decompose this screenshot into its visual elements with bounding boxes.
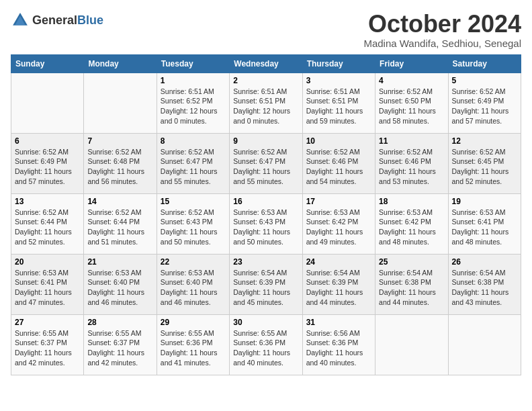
- calendar-cell: 11Sunrise: 6:52 AM Sunset: 6:46 PM Dayli…: [375, 133, 448, 193]
- cell-content: Sunrise: 6:52 AM Sunset: 6:46 PM Dayligh…: [306, 147, 371, 187]
- cell-content: Sunrise: 6:55 AM Sunset: 6:37 PM Dayligh…: [87, 328, 152, 368]
- calendar-cell: 23Sunrise: 6:54 AM Sunset: 6:39 PM Dayli…: [230, 254, 302, 314]
- calendar-cell: 27Sunrise: 6:55 AM Sunset: 6:37 PM Dayli…: [11, 314, 84, 375]
- calendar-cell: 20Sunrise: 6:53 AM Sunset: 6:41 PM Dayli…: [11, 254, 84, 314]
- day-number: 11: [379, 136, 444, 146]
- weekday-header-tuesday: Tuesday: [157, 54, 229, 73]
- day-number: 12: [452, 136, 517, 146]
- cell-content: Sunrise: 6:55 AM Sunset: 6:36 PM Dayligh…: [161, 328, 226, 368]
- cell-content: Sunrise: 6:54 AM Sunset: 6:39 PM Dayligh…: [306, 268, 371, 308]
- calendar-cell: 24Sunrise: 6:54 AM Sunset: 6:39 PM Dayli…: [302, 254, 375, 314]
- calendar-cell: 9Sunrise: 6:52 AM Sunset: 6:47 PM Daylig…: [230, 133, 302, 193]
- calendar-cell: 10Sunrise: 6:52 AM Sunset: 6:46 PM Dayli…: [302, 133, 375, 193]
- day-number: 30: [233, 318, 298, 327]
- cell-content: Sunrise: 6:51 AM Sunset: 6:51 PM Dayligh…: [306, 87, 371, 126]
- cell-content: Sunrise: 6:53 AM Sunset: 6:40 PM Dayligh…: [87, 268, 152, 308]
- cell-content: Sunrise: 6:55 AM Sunset: 6:36 PM Dayligh…: [233, 328, 298, 368]
- cell-content: Sunrise: 6:55 AM Sunset: 6:37 PM Dayligh…: [15, 328, 80, 368]
- cell-content: Sunrise: 6:53 AM Sunset: 6:42 PM Dayligh…: [306, 208, 371, 247]
- title-block: October 2024 Madina Wandifa, Sedhiou, Se…: [363, 11, 521, 49]
- day-number: 28: [87, 318, 152, 327]
- day-number: 17: [306, 197, 371, 206]
- calendar-week-row: 13Sunrise: 6:52 AM Sunset: 6:44 PM Dayli…: [11, 193, 521, 254]
- day-number: 31: [306, 318, 371, 327]
- calendar-cell: 7Sunrise: 6:52 AM Sunset: 6:48 PM Daylig…: [84, 133, 157, 193]
- calendar-cell: 5Sunrise: 6:52 AM Sunset: 6:49 PM Daylig…: [448, 73, 521, 133]
- day-number: 18: [379, 197, 444, 206]
- calendar-cell: 19Sunrise: 6:53 AM Sunset: 6:41 PM Dayli…: [448, 193, 521, 254]
- day-number: 3: [306, 76, 371, 85]
- cell-content: Sunrise: 6:54 AM Sunset: 6:38 PM Dayligh…: [452, 268, 517, 308]
- logo-icon: [11, 11, 30, 30]
- cell-content: Sunrise: 6:52 AM Sunset: 6:43 PM Dayligh…: [161, 208, 226, 247]
- cell-content: Sunrise: 6:53 AM Sunset: 6:43 PM Dayligh…: [233, 208, 298, 247]
- day-number: 16: [233, 197, 298, 206]
- calendar-cell: 15Sunrise: 6:52 AM Sunset: 6:43 PM Dayli…: [157, 193, 229, 254]
- calendar-cell: 21Sunrise: 6:53 AM Sunset: 6:40 PM Dayli…: [84, 254, 157, 314]
- cell-content: Sunrise: 6:52 AM Sunset: 6:48 PM Dayligh…: [87, 147, 152, 187]
- cell-content: Sunrise: 6:52 AM Sunset: 6:45 PM Dayligh…: [452, 147, 517, 187]
- calendar-cell: 18Sunrise: 6:53 AM Sunset: 6:42 PM Dayli…: [375, 193, 448, 254]
- cell-content: Sunrise: 6:53 AM Sunset: 6:41 PM Dayligh…: [452, 208, 517, 247]
- day-number: 15: [161, 197, 226, 206]
- calendar-cell: 16Sunrise: 6:53 AM Sunset: 6:43 PM Dayli…: [230, 193, 302, 254]
- day-number: 14: [87, 197, 152, 206]
- day-number: 23: [233, 257, 298, 267]
- calendar-cell: 8Sunrise: 6:52 AM Sunset: 6:47 PM Daylig…: [157, 133, 229, 193]
- cell-content: Sunrise: 6:52 AM Sunset: 6:44 PM Dayligh…: [87, 208, 152, 247]
- cell-content: Sunrise: 6:52 AM Sunset: 6:49 PM Dayligh…: [452, 87, 517, 126]
- day-number: 2: [233, 76, 298, 85]
- day-number: 29: [161, 318, 226, 327]
- logo-general: General: [32, 13, 77, 27]
- cell-content: Sunrise: 6:56 AM Sunset: 6:36 PM Dayligh…: [306, 328, 371, 368]
- cell-content: Sunrise: 6:51 AM Sunset: 6:51 PM Dayligh…: [233, 87, 298, 126]
- calendar-cell: 30Sunrise: 6:55 AM Sunset: 6:36 PM Dayli…: [230, 314, 302, 375]
- weekday-header-friday: Friday: [375, 54, 448, 73]
- page-header: GeneralBlue October 2024 Madina Wandifa,…: [11, 11, 521, 49]
- day-number: 4: [379, 76, 444, 85]
- calendar-week-row: 1Sunrise: 6:51 AM Sunset: 6:52 PM Daylig…: [11, 73, 521, 133]
- cell-content: Sunrise: 6:52 AM Sunset: 6:47 PM Dayligh…: [161, 147, 226, 187]
- cell-content: Sunrise: 6:52 AM Sunset: 6:49 PM Dayligh…: [15, 147, 80, 187]
- day-number: 27: [15, 318, 80, 327]
- month-title: October 2024: [363, 11, 521, 38]
- calendar-cell: [448, 314, 521, 375]
- calendar-cell: 4Sunrise: 6:52 AM Sunset: 6:50 PM Daylig…: [375, 73, 448, 133]
- day-number: 9: [233, 136, 298, 146]
- calendar-cell: 1Sunrise: 6:51 AM Sunset: 6:52 PM Daylig…: [157, 73, 229, 133]
- calendar-cell: 14Sunrise: 6:52 AM Sunset: 6:44 PM Dayli…: [84, 193, 157, 254]
- calendar-week-row: 6Sunrise: 6:52 AM Sunset: 6:49 PM Daylig…: [11, 133, 521, 193]
- calendar-week-row: 27Sunrise: 6:55 AM Sunset: 6:37 PM Dayli…: [11, 314, 521, 375]
- cell-content: Sunrise: 6:53 AM Sunset: 6:42 PM Dayligh…: [379, 208, 444, 247]
- day-number: 13: [15, 197, 80, 206]
- calendar-cell: 2Sunrise: 6:51 AM Sunset: 6:51 PM Daylig…: [230, 73, 302, 133]
- weekday-header-monday: Monday: [84, 54, 157, 73]
- weekday-header-saturday: Saturday: [448, 54, 521, 73]
- logo-blue: Blue: [77, 13, 103, 27]
- cell-content: Sunrise: 6:52 AM Sunset: 6:46 PM Dayligh…: [379, 147, 444, 187]
- day-number: 10: [306, 136, 371, 146]
- logo: GeneralBlue: [11, 11, 103, 30]
- day-number: 7: [87, 136, 152, 146]
- cell-content: Sunrise: 6:53 AM Sunset: 6:40 PM Dayligh…: [161, 268, 226, 308]
- cell-content: Sunrise: 6:51 AM Sunset: 6:52 PM Dayligh…: [161, 87, 226, 126]
- calendar-cell: 25Sunrise: 6:54 AM Sunset: 6:38 PM Dayli…: [375, 254, 448, 314]
- calendar-cell: 29Sunrise: 6:55 AM Sunset: 6:36 PM Dayli…: [157, 314, 229, 375]
- calendar-cell: 31Sunrise: 6:56 AM Sunset: 6:36 PM Dayli…: [302, 314, 375, 375]
- calendar-cell: 28Sunrise: 6:55 AM Sunset: 6:37 PM Dayli…: [84, 314, 157, 375]
- day-number: 20: [15, 257, 80, 267]
- cell-content: Sunrise: 6:53 AM Sunset: 6:41 PM Dayligh…: [15, 268, 80, 308]
- cell-content: Sunrise: 6:54 AM Sunset: 6:39 PM Dayligh…: [233, 268, 298, 308]
- cell-content: Sunrise: 6:52 AM Sunset: 6:50 PM Dayligh…: [379, 87, 444, 126]
- cell-content: Sunrise: 6:54 AM Sunset: 6:38 PM Dayligh…: [379, 268, 444, 308]
- calendar-cell: 22Sunrise: 6:53 AM Sunset: 6:40 PM Dayli…: [157, 254, 229, 314]
- calendar-cell: 6Sunrise: 6:52 AM Sunset: 6:49 PM Daylig…: [11, 133, 84, 193]
- location-subtitle: Madina Wandifa, Sedhiou, Senegal: [363, 38, 521, 49]
- weekday-header-thursday: Thursday: [302, 54, 375, 73]
- calendar-cell: 12Sunrise: 6:52 AM Sunset: 6:45 PM Dayli…: [448, 133, 521, 193]
- weekday-header-wednesday: Wednesday: [230, 54, 302, 73]
- day-number: 19: [452, 197, 517, 206]
- day-number: 21: [87, 257, 152, 267]
- day-number: 24: [306, 257, 371, 267]
- day-number: 26: [452, 257, 517, 267]
